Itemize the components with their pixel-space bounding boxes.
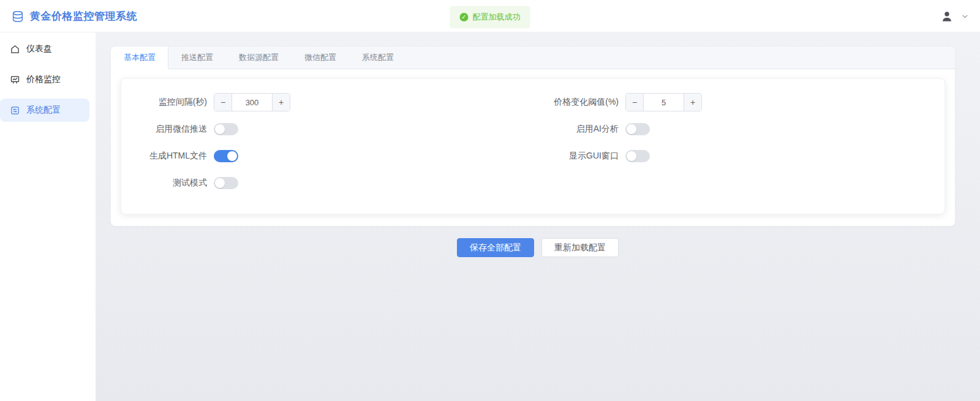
field-label: 启用微信推送: [121, 124, 207, 135]
field-label: 监控间隔(秒): [121, 97, 207, 108]
tab-push-config[interactable]: 推送配置: [168, 47, 226, 69]
config-card: 基本配置 推送配置 数据源配置 微信配置 系统配置 监控间隔(秒) −: [110, 46, 956, 227]
user-menu-chevron[interactable]: [961, 12, 969, 20]
toggle-knob: [627, 151, 636, 161]
success-alert: ✓ 配置加载成功: [450, 6, 530, 28]
wechat-push-toggle[interactable]: [214, 123, 238, 135]
decrease-button[interactable]: −: [626, 94, 644, 111]
generate-html-toggle[interactable]: [214, 150, 238, 162]
sidebar-item-label: 仪表盘: [26, 43, 52, 54]
user-icon: [940, 10, 954, 23]
tab-system-config[interactable]: 系统配置: [349, 47, 407, 69]
sidebar-item-system-config[interactable]: 系统配置: [0, 99, 89, 122]
basic-config-panel: 监控间隔(秒) − + 启用微信推送: [121, 78, 945, 214]
chevron-down-icon: [961, 12, 969, 20]
toggle-knob: [627, 124, 636, 134]
ai-analysis-toggle[interactable]: [625, 123, 650, 135]
sidebar-item-label: 价格监控: [26, 74, 61, 85]
decrease-button[interactable]: −: [214, 94, 232, 111]
sidebar-item-price-monitor[interactable]: 价格监控: [0, 68, 89, 91]
increase-button[interactable]: +: [684, 94, 701, 111]
save-all-config-button[interactable]: 保存全部配置: [457, 238, 534, 257]
user-avatar-button[interactable]: [940, 10, 954, 23]
toggle-knob: [215, 178, 225, 188]
form-row-ai-analysis: 启用AI分析: [533, 116, 944, 143]
field-label: 生成HTML文件: [121, 151, 207, 162]
field-label: 测试模式: [121, 178, 207, 189]
tab-basic-config[interactable]: 基本配置: [111, 47, 168, 69]
settings-panel-icon: [10, 105, 20, 116]
app-title: 黄金价格监控管理系统: [30, 9, 137, 23]
monitor-interval-input[interactable]: [232, 94, 272, 111]
field-label: 价格变化阈值(%): [533, 97, 619, 108]
form-row-wechat-push: 启用微信推送: [121, 116, 533, 143]
reload-config-button[interactable]: 重新加载配置: [541, 238, 619, 257]
toggle-knob: [215, 124, 225, 134]
test-mode-toggle[interactable]: [214, 177, 238, 189]
home-icon: [10, 44, 20, 54]
toggle-knob: [227, 151, 237, 161]
database-logo-icon: [11, 10, 24, 23]
form-row-price-threshold: 价格变化阈值(%) − +: [533, 89, 944, 116]
config-tabs: 基本配置 推送配置 数据源配置 微信配置 系统配置: [111, 47, 955, 69]
success-check-icon: ✓: [460, 13, 469, 21]
sidebar-item-label: 系统配置: [26, 105, 61, 116]
sidebar-item-dashboard[interactable]: 仪表盘: [0, 37, 89, 61]
brand: 黄金价格监控管理系统: [11, 0, 137, 32]
top-header: 黄金价格监控管理系统 ✓ 配置加载成功: [0, 0, 980, 32]
tab-datasource-config[interactable]: 数据源配置: [226, 47, 292, 69]
gui-window-toggle[interactable]: [625, 150, 650, 162]
form-row-generate-html: 生成HTML文件: [121, 143, 533, 170]
success-alert-text: 配置加载成功: [473, 12, 521, 23]
field-label: 显示GUI窗口: [533, 151, 619, 162]
field-label: 启用AI分析: [533, 124, 619, 135]
footer-actions: 保存全部配置 重新加载配置: [96, 238, 980, 257]
form-row-gui-window: 显示GUI窗口: [533, 143, 944, 170]
tab-wechat-config[interactable]: 微信配置: [292, 47, 349, 69]
monitor-interval-stepper: − +: [214, 93, 290, 111]
price-threshold-stepper: − +: [625, 93, 702, 111]
increase-button[interactable]: +: [272, 94, 290, 111]
form-row-monitor-interval: 监控间隔(秒) − +: [121, 89, 533, 116]
sidebar: 仪表盘 价格监控 系统配置: [0, 32, 96, 401]
main-content: 基本配置 推送配置 数据源配置 微信配置 系统配置 监控间隔(秒) −: [96, 32, 980, 401]
chart-board-icon: [10, 75, 20, 85]
form-row-test-mode: 测试模式: [121, 170, 533, 197]
price-threshold-input[interactable]: [644, 94, 684, 111]
